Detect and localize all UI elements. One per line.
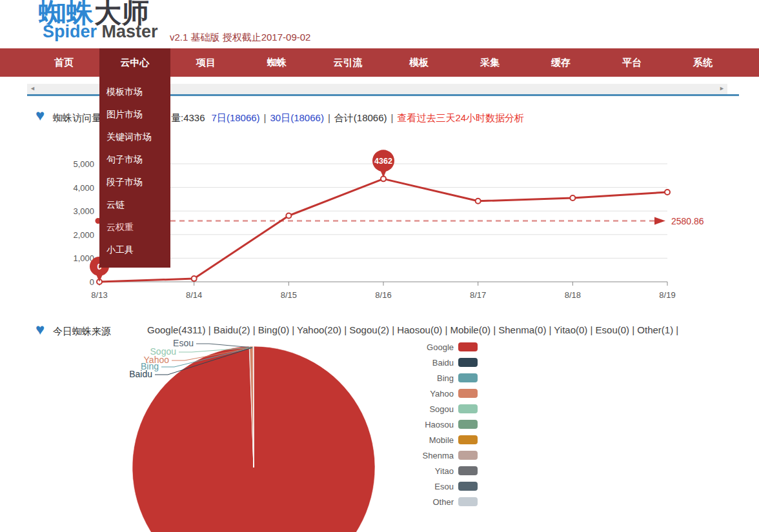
nav-item-缓存[interactable]: 缓存 [525,48,596,77]
scroll-left-arrow-icon[interactable]: ◄ [30,85,35,92]
legend-swatch [458,482,478,491]
separator: | [391,112,394,123]
legend-item-Other[interactable]: Other [389,494,492,509]
nav-dropdown: 模板市场图片市场关键词市场句子市场段子市场云链云权重小工具 [99,77,170,268]
legend-item-Sogou[interactable]: Sogou [389,401,492,417]
stats-link: 合计(18066) [334,112,387,123]
dropdown-item-段子市场[interactable]: 段子市场 [99,171,170,193]
legend-label: Google [389,342,454,352]
dropdown-item-句子市场[interactable]: 句子市场 [99,148,170,171]
svg-text:8/14: 8/14 [186,290,202,300]
svg-text:8/18: 8/18 [565,290,581,300]
legend-swatch [458,420,478,429]
stats-link[interactable]: 查看过去三天24小时数据分析 [397,112,524,123]
spider-master-page: 蜘蛛大师 Spider Master v2.1 基础版 授权截止2017-09-… [0,0,759,532]
nav-item-云中心[interactable]: 云中心 [99,48,170,77]
legend-item-Haosou[interactable]: Haosou [389,417,492,432]
legend-item-Bing[interactable]: Bing [389,370,492,386]
legend-swatch [458,451,478,460]
scroll-right-arrow-icon[interactable]: ► [719,85,725,92]
legend-label: Baidu [389,358,454,368]
legend-label: Haosou [389,420,454,429]
dropdown-item-云链[interactable]: 云链 [99,193,170,216]
sources-stats: Google(4311) | Baidu(2) | Bing(0) | Yaho… [147,324,678,335]
legend-item-Google[interactable]: Google [389,339,492,355]
legend-label: Yitao [389,466,454,476]
nav-item-项目[interactable]: 项目 [170,48,241,77]
dropdown-item-小工具[interactable]: 小工具 [99,239,170,261]
nav-item-蜘蛛[interactable]: 蜘蛛 [241,48,312,77]
svg-text:8/19: 8/19 [659,290,675,300]
svg-text:8/17: 8/17 [470,290,486,300]
legend-label: Shenma [389,451,454,460]
svg-text:4,000: 4,000 [73,183,94,193]
svg-text:2,000: 2,000 [73,230,94,240]
legend-swatch [458,435,478,444]
nav-item-模板[interactable]: 模板 [383,48,454,77]
legend-swatch [458,466,478,475]
legend-label: Mobile [389,435,454,445]
svg-text:5,000: 5,000 [73,159,94,169]
legend-item-Baidu[interactable]: Baidu [389,355,492,370]
nav-item-云引流[interactable]: 云引流 [312,48,383,77]
svg-text:4362: 4362 [374,157,392,166]
svg-text:8/16: 8/16 [375,290,391,300]
visits-today-fragment: 量:4336 [171,112,205,123]
nav-item-采集[interactable]: 采集 [454,48,525,77]
logo-en-dark: Master [102,22,158,41]
legend-item-Mobile[interactable]: Mobile [389,432,492,448]
visits-stats: 量:43367日(18066)|30日(18066)|合计(18066)|查看过… [171,112,524,124]
svg-text:8/15: 8/15 [281,290,297,300]
logo-subtitle: Spider Master [43,22,158,42]
legend-label: Bing [389,373,454,383]
dropdown-item-图片市场[interactable]: 图片市场 [99,103,170,126]
legend-item-Yitao[interactable]: Yitao [389,463,492,478]
legend-item-Yahoo[interactable]: Yahoo [389,386,492,401]
legend-swatch [458,404,478,413]
pie-legend: GoogleBaiduBingYahooSogouHaosouMobileShe… [389,339,492,509]
nav-item-平台[interactable]: 平台 [596,48,667,77]
nav-item-系统[interactable]: 系统 [667,48,738,77]
legend-swatch [458,389,478,398]
pie-chart-svg: EsouSogouYahooBingBaidu [0,319,759,532]
svg-text:Baidu: Baidu [129,369,152,379]
legend-item-Esou[interactable]: Esou [389,478,492,494]
legend-label: Other [389,497,454,507]
dropdown-item-关键词市场[interactable]: 关键词市场 [99,126,170,148]
svg-text:8/13: 8/13 [91,290,107,300]
sources-section-title: 今日蜘蛛来源 [53,326,111,338]
svg-text:2580.86: 2580.86 [671,216,704,226]
dropdown-item-模板市场[interactable]: 模板市场 [99,81,170,103]
svg-text:3,000: 3,000 [73,206,94,216]
legend-label: Sogou [389,404,454,414]
legend-label: Esou [389,482,454,491]
legend-swatch [458,358,478,367]
heart-icon: ♥ [35,108,45,123]
visits-stats-links: 7日(18066)|30日(18066)|合计(18066)|查看过去三天24小… [212,112,525,123]
stats-link[interactable]: 7日(18066) [212,112,260,123]
nav-bar: 首页云中心项目蜘蛛云引流模板采集缓存平台系统 [0,48,759,77]
legend-swatch [458,342,478,351]
logo-en-blue: Spider [43,22,97,41]
legend-swatch [458,497,478,506]
stats-link[interactable]: 30日(18066) [270,112,324,123]
legend-label: Yahoo [389,389,454,399]
visits-section-title: 蜘蛛访问量 [53,112,101,124]
nav-item-首页[interactable]: 首页 [28,48,99,77]
separator: | [328,112,330,123]
dropdown-item-云权重[interactable]: 云权重 [99,216,170,239]
svg-text:0: 0 [90,277,94,287]
version-license-text: v2.1 基础版 授权截止2017-09-02 [170,32,310,44]
legend-swatch [458,373,478,382]
separator: | [264,112,267,123]
legend-item-Shenma[interactable]: Shenma [389,448,492,463]
